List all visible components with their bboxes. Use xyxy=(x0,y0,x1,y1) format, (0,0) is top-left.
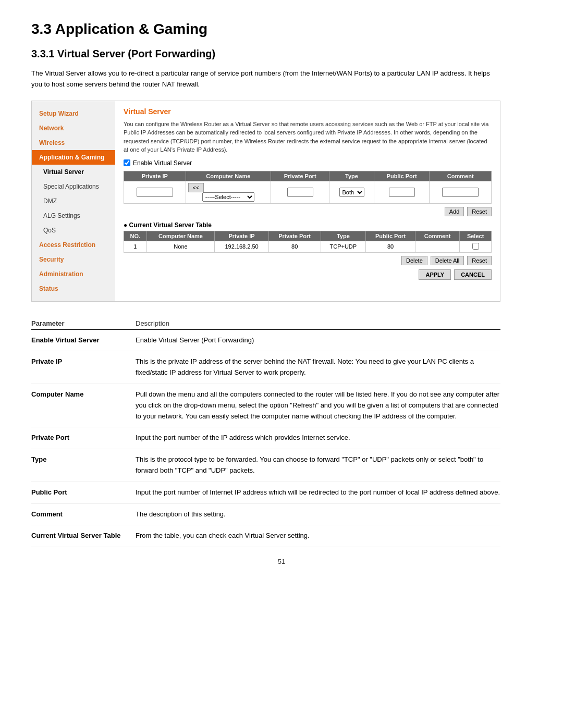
param-desc-4: This is the protocol type to be forwarde… xyxy=(136,449,500,482)
table-row: 1 None 192.168.2.50 80 TCP+UDP 80 xyxy=(124,241,492,252)
th-type: Type xyxy=(329,171,374,181)
param-row-2: Computer NamePull down the menu and all … xyxy=(31,384,500,427)
desc-col-header: Description xyxy=(136,317,500,330)
apply-cancel-row: APPLY CANCEL xyxy=(124,269,492,280)
main-content: Virtual Server You can configure the Wir… xyxy=(115,101,500,301)
parameter-table: Parameter Description Enable Virtual Ser… xyxy=(31,317,500,548)
current-vs-table: NO. Computer Name Private IP Private Por… xyxy=(124,231,492,253)
type-select[interactable]: Both TCP UDP xyxy=(339,188,364,197)
th-comment: Comment xyxy=(430,171,492,181)
sidebar-item-wireless[interactable]: Wireless xyxy=(32,135,115,150)
comment-input[interactable] xyxy=(442,188,479,197)
row-computer-name: None xyxy=(146,241,215,252)
sidebar-item-app-gaming[interactable]: Application & Gaming xyxy=(32,150,115,165)
param-name-2: Computer Name xyxy=(31,384,136,427)
reset-button[interactable]: Reset xyxy=(467,207,492,216)
add-reset-row: Add Reset xyxy=(124,207,492,216)
sidebar-item-network[interactable]: Network xyxy=(32,121,115,135)
param-desc-5: Input the port number of Internet IP add… xyxy=(136,482,500,503)
add-button[interactable]: Add xyxy=(445,207,464,216)
intro-text: The Virtual Server allows you to re-dire… xyxy=(31,68,500,90)
reset-button2[interactable]: Reset xyxy=(467,256,492,265)
row-no: 1 xyxy=(124,241,147,252)
param-name-6: Comment xyxy=(31,503,136,525)
row-select[interactable] xyxy=(460,241,492,252)
param-name-4: Type xyxy=(31,449,136,482)
apply-button[interactable]: APPLY xyxy=(419,269,451,280)
delete-button[interactable]: Delete xyxy=(401,256,427,265)
param-desc-7: From the table, you can check each Virtu… xyxy=(136,525,500,547)
page-title: 3.3 Application & Gaming xyxy=(31,21,532,38)
param-row-4: TypeThis is the protocol type to be forw… xyxy=(31,449,500,482)
vs-title: Virtual Server xyxy=(124,107,492,116)
private-ip-input[interactable] xyxy=(137,188,173,197)
param-desc-1: This is the private IP address of the se… xyxy=(136,351,500,384)
page-subtitle: 3.3.1 Virtual Server (Port Forwarding) xyxy=(31,48,532,60)
cth-computer-name: Computer Name xyxy=(146,231,215,241)
param-row-3: Private PortInput the port number of the… xyxy=(31,427,500,449)
delete-row: Delete Delete All Reset xyxy=(124,256,492,265)
vs-input-row-1: << -----Select----- Both TCP xyxy=(124,181,492,203)
enable-label: Enable Virtual Server xyxy=(133,159,192,167)
page-number: 51 xyxy=(31,558,532,565)
row-type: TCP+UDP xyxy=(321,241,365,252)
param-row-1: Private IPThis is the private IP address… xyxy=(31,351,500,384)
cc-button[interactable]: << xyxy=(188,183,204,192)
cth-public-port: Public Port xyxy=(366,231,415,241)
enable-row: Enable Virtual Server xyxy=(124,159,492,167)
cth-private-ip: Private IP xyxy=(215,231,268,241)
th-private-ip: Private IP xyxy=(124,171,186,181)
th-private-port: Private Port xyxy=(271,171,329,181)
cth-no: NO. xyxy=(124,231,147,241)
param-name-1: Private IP xyxy=(31,351,136,384)
sidebar-item-security[interactable]: Security xyxy=(32,252,115,267)
param-row-7: Current Virtual Server TableFrom the tab… xyxy=(31,525,500,547)
row-select-checkbox[interactable] xyxy=(472,243,479,250)
param-name-3: Private Port xyxy=(31,427,136,449)
sidebar-item-status[interactable]: Status xyxy=(32,281,115,296)
param-header-row: Parameter Description xyxy=(31,317,500,330)
th-public-port: Public Port xyxy=(374,171,430,181)
row-private-port: 80 xyxy=(268,241,321,252)
param-desc-6: The description of this setting. xyxy=(136,503,500,525)
sidebar-item-special-apps[interactable]: Special Applications xyxy=(32,179,115,194)
router-ui-panel: Setup Wizard Network Wireless Applicatio… xyxy=(31,101,500,302)
delete-all-button[interactable]: Delete All xyxy=(431,256,464,265)
param-name-7: Current Virtual Server Table xyxy=(31,525,136,547)
sidebar-item-dmz[interactable]: DMZ xyxy=(32,194,115,208)
th-computer-name: Computer Name xyxy=(186,171,271,181)
param-row-0: Enable Virtual ServerEnable Virtual Serv… xyxy=(31,329,500,351)
param-name-0: Enable Virtual Server xyxy=(31,329,136,351)
row-comment xyxy=(415,241,460,252)
sidebar-item-alg[interactable]: ALG Settings xyxy=(32,208,115,223)
vs-input-table: Private IP Computer Name Private Port Ty… xyxy=(124,171,492,204)
cancel-button[interactable]: CANCEL xyxy=(454,269,492,280)
param-desc-0: Enable Virtual Server (Port Forwarding) xyxy=(136,329,500,351)
sidebar-item-setup-wizard[interactable]: Setup Wizard xyxy=(32,106,115,121)
sidebar-item-virtual-server[interactable]: Virtual Server xyxy=(32,165,115,179)
vs-description: You can configure the Wireless Router as… xyxy=(124,120,492,154)
param-row-6: CommentThe description of this setting. xyxy=(31,503,500,525)
param-row-5: Public PortInput the port number of Inte… xyxy=(31,482,500,503)
param-col-header: Parameter xyxy=(31,317,136,330)
current-table-label: ● Current Virtual Server Table xyxy=(124,221,492,229)
sidebar: Setup Wizard Network Wireless Applicatio… xyxy=(32,101,115,301)
enable-checkbox[interactable] xyxy=(124,159,130,166)
param-name-5: Public Port xyxy=(31,482,136,503)
cth-select: Select xyxy=(460,231,492,241)
cth-private-port: Private Port xyxy=(268,231,321,241)
cth-type: Type xyxy=(321,231,365,241)
public-port-input[interactable] xyxy=(389,188,415,197)
sidebar-item-administration[interactable]: Administration xyxy=(32,267,115,281)
row-private-ip: 192.168.2.50 xyxy=(215,241,268,252)
sidebar-item-access-restriction[interactable]: Access Restriction xyxy=(32,238,115,252)
private-port-input[interactable] xyxy=(287,188,313,197)
param-desc-3: Input the port number of the IP address … xyxy=(136,427,500,449)
row-public-port: 80 xyxy=(366,241,415,252)
sidebar-item-qos[interactable]: QoS xyxy=(32,223,115,238)
computer-name-select[interactable]: -----Select----- xyxy=(202,192,254,202)
param-desc-2: Pull down the menu and all the computers… xyxy=(136,384,500,427)
cth-comment: Comment xyxy=(415,231,460,241)
